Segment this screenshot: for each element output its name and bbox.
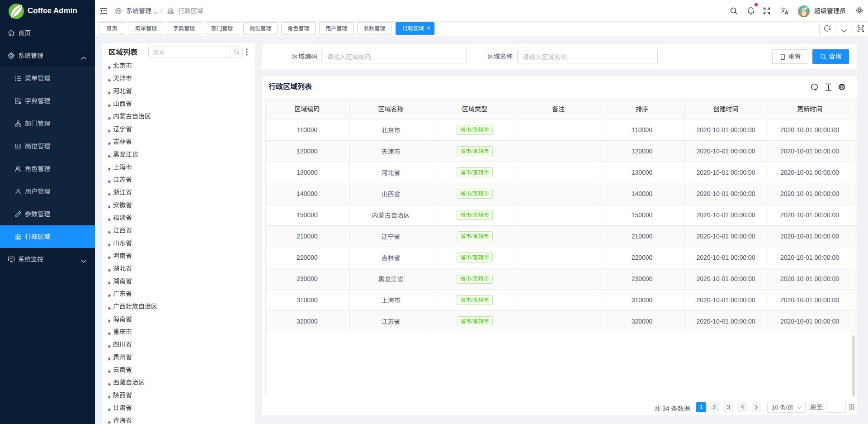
svg-text:A1: A1 [16, 145, 20, 148]
svg-text:A: A [16, 99, 19, 103]
svg-text:文: 文 [781, 7, 786, 13]
